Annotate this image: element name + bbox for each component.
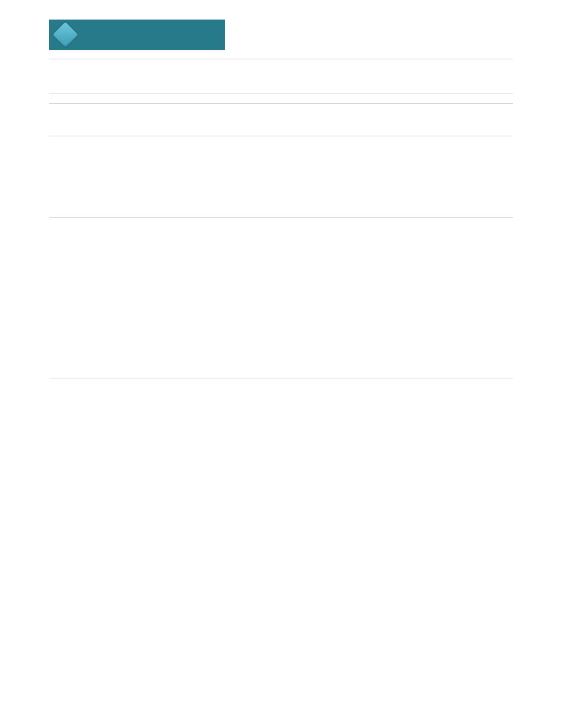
spacer: [49, 108, 513, 132]
toc-title-wrap: [49, 94, 513, 104]
toc-item-list: [49, 236, 513, 357]
header-rule: [49, 59, 513, 59]
toc-section: [49, 217, 513, 367]
spacer: [49, 196, 513, 213]
bottom-rule: [49, 378, 513, 378]
page-container: [0, 0, 562, 403]
toc-item-list: [49, 153, 513, 189]
toc-section: [49, 136, 513, 196]
header-breadcrumb: [508, 35, 513, 50]
logo-banner: [49, 20, 225, 50]
page-header: [49, 20, 513, 50]
logo-diamond-icon: [53, 22, 78, 48]
